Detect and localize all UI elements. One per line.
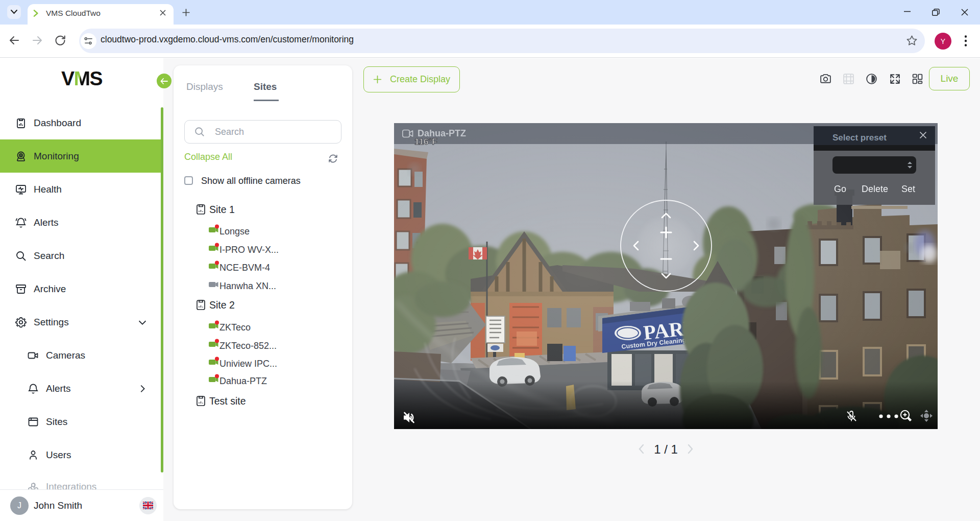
svg-text:Test site: Test site: [209, 395, 246, 407]
svg-text:Uniview IPC...: Uniview IPC...: [219, 359, 277, 369]
svg-text:I-PRO WV-X...: I-PRO WV-X...: [219, 245, 279, 255]
svg-text:Site 2: Site 2: [209, 299, 235, 311]
svg-text:Longse: Longse: [219, 226, 250, 236]
svg-text:ZKTeco: ZKTeco: [219, 322, 251, 333]
svg-text:Hanwha XN...: Hanwha XN...: [219, 281, 276, 291]
svg-text:NCE-BVM-4: NCE-BVM-4: [219, 263, 270, 273]
svg-text:Dahua-PTZ: Dahua-PTZ: [219, 376, 267, 386]
svg-text:ZKTeco-852...: ZKTeco-852...: [219, 341, 277, 351]
svg-text:Site 1: Site 1: [209, 204, 235, 215]
